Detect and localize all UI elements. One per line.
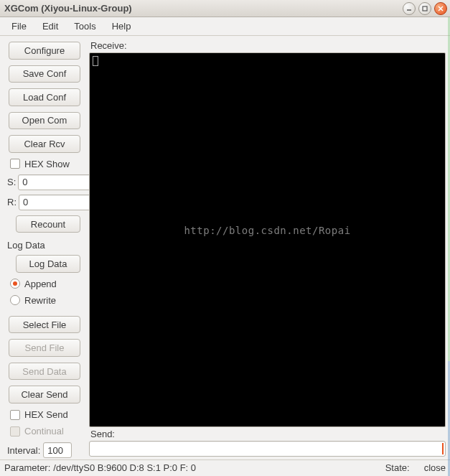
continual-label: Continual (24, 426, 64, 437)
save-conf-button[interactable]: Save Conf (9, 65, 80, 83)
clear-send-button[interactable]: Clear Send (9, 386, 80, 403)
param-value: /dev/ttyS0 B:9600 D:8 S:1 P:0 F: 0 (53, 462, 196, 473)
menu-help[interactable]: Help (105, 19, 139, 34)
state-value: close (424, 462, 446, 473)
rewrite-row[interactable]: Rewrite (4, 294, 85, 307)
append-label: Append (24, 279, 57, 289)
receive-label: Receive: (89, 39, 446, 52)
maximize-button[interactable] (418, 2, 431, 15)
configure-button[interactable]: Configure (9, 42, 80, 60)
window-title: XGCom (Xiyou-Linux-Group) (4, 3, 132, 14)
continual-checkbox[interactable] (10, 426, 20, 437)
svg-rect-1 (423, 6, 427, 11)
caret-icon (442, 443, 444, 454)
minimize-button[interactable] (403, 2, 416, 15)
window-controls (403, 2, 447, 15)
hex-send-checkbox[interactable] (10, 410, 20, 420)
menu-tools[interactable]: Tools (67, 19, 103, 34)
close-button[interactable] (434, 2, 447, 15)
s-label: S: (7, 177, 16, 187)
send-file-button[interactable]: Send File (9, 339, 80, 357)
log-data-button[interactable]: Log Data (16, 255, 80, 273)
recv-count-row: R: (4, 194, 85, 211)
radio-dot-icon (13, 281, 17, 286)
log-data-section-label: Log Data (4, 237, 85, 251)
send-label: Send: (89, 427, 446, 441)
state-label: State: (385, 462, 410, 473)
param-label: Parameter: (4, 462, 50, 473)
send-input[interactable] (89, 441, 446, 457)
rewrite-radio[interactable] (10, 295, 20, 305)
interval-row: Interval: (4, 441, 85, 459)
recount-button[interactable]: Recount (16, 215, 80, 233)
r-label: R: (7, 197, 17, 207)
receive-terminal[interactable]: http://blog.csdn.net/Ropai (89, 52, 446, 427)
clear-rcv-button[interactable]: Clear Rcv (9, 135, 80, 153)
menu-edit[interactable]: Edit (35, 19, 65, 34)
titlebar: XGCom (Xiyou-Linux-Group) (0, 0, 450, 17)
load-conf-button[interactable]: Load Conf (9, 88, 80, 106)
select-file-button[interactable]: Select File (9, 316, 80, 334)
hex-show-checkbox[interactable] (10, 159, 20, 169)
hex-show-row[interactable]: HEX Show (4, 157, 85, 171)
append-row[interactable]: Append (4, 277, 85, 291)
hex-send-label: HEX Send (24, 409, 68, 420)
statusbar: Parameter: /dev/ttyS0 B:9600 D:8 S:1 P:0… (0, 459, 450, 475)
main-pane: Receive: http://blog.csdn.net/Ropai Send… (89, 39, 446, 459)
menu-file[interactable]: File (4, 19, 34, 34)
terminal-cursor-icon (93, 56, 98, 66)
continual-row[interactable]: Continual (4, 424, 85, 438)
hex-show-label: HEX Show (24, 159, 70, 169)
watermark-text: http://blog.csdn.net/Ropai (90, 225, 445, 236)
open-com-button[interactable]: Open Com (9, 112, 80, 130)
rewrite-label: Rewrite (24, 295, 56, 306)
interval-label: Interval: (7, 445, 40, 456)
sent-count-row: S: (4, 174, 85, 191)
content: Configure Save Conf Load Conf Open Com C… (0, 36, 450, 459)
menubar: File Edit Tools Help (0, 17, 450, 36)
hex-send-row[interactable]: HEX Send (4, 408, 85, 421)
send-data-button[interactable]: Send Data (9, 363, 80, 381)
sidebar: Configure Save Conf Load Conf Open Com C… (4, 39, 85, 459)
interval-input[interactable] (43, 442, 72, 458)
append-radio[interactable] (10, 279, 20, 289)
